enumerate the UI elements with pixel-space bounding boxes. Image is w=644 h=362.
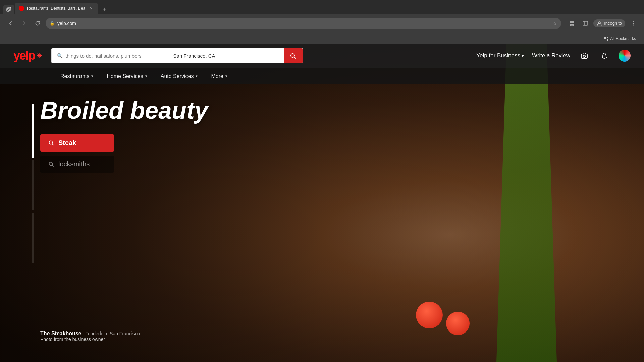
search-where-input[interactable] xyxy=(173,53,279,59)
category-restaurants-label: Restaurants xyxy=(60,73,89,79)
category-home-services-label: Home Services xyxy=(107,73,143,79)
category-more-label: More xyxy=(211,73,223,79)
category-home-services-chevron: ▾ xyxy=(145,74,147,78)
category-more[interactable]: More ▾ xyxy=(204,68,234,85)
bell-icon-button[interactable] xyxy=(598,50,610,62)
svg-rect-12 xyxy=(604,37,606,39)
active-tab[interactable]: Restaurants, Dentists, Bars, Bea ✕ xyxy=(15,3,98,14)
address-bar[interactable]: 🔒 yelp.com ☆ xyxy=(46,18,561,29)
search-what-icon: 🔍 xyxy=(57,53,63,58)
business-name-text: The Steakhouse xyxy=(40,330,82,336)
slider-segment-1 xyxy=(32,104,34,158)
tab-close-button[interactable]: ✕ xyxy=(88,5,94,11)
sidebar-button[interactable] xyxy=(580,18,591,29)
back-button[interactable] xyxy=(5,18,16,29)
tab-group-button[interactable] xyxy=(3,5,14,14)
tab-bar: Restaurants, Dentists, Bars, Bea ✕ + xyxy=(0,0,644,14)
category-home-services[interactable]: Home Services ▾ xyxy=(100,68,154,85)
yelp-logo[interactable]: yelp ✳ xyxy=(13,49,41,63)
slider-segment-3 xyxy=(32,213,34,263)
camera-icon-button[interactable] xyxy=(578,50,590,62)
bookmarks-bar: All Bookmarks xyxy=(0,33,644,44)
hero-slider-bar xyxy=(32,104,34,265)
caption-subtitle: Photo from the business owner xyxy=(40,337,140,342)
lock-icon: 🔒 xyxy=(50,21,55,26)
forward-button[interactable] xyxy=(19,18,30,29)
toolbar-right: Incognito xyxy=(567,18,639,29)
suggestion-ghost-search-icon xyxy=(48,161,54,167)
caption-business-name: The Steakhouse · Tenderloin, San Francis… xyxy=(40,330,140,337)
search-what-input[interactable] xyxy=(65,53,162,59)
suggestion-steak-button[interactable]: Steak xyxy=(40,134,114,152)
yelp-for-business-chevron: ▾ xyxy=(522,53,524,58)
hero-suggestions: Steak locksmiths xyxy=(40,134,208,173)
search-form: 🔍 xyxy=(51,48,303,63)
svg-rect-2 xyxy=(570,21,572,23)
svg-rect-6 xyxy=(583,21,588,25)
all-bookmarks-label: All Bookmarks xyxy=(610,36,636,41)
hero-content: Broiled beauty Steak locksmiths xyxy=(40,97,208,173)
yelp-logo-icon: ✳ xyxy=(36,52,41,60)
caption-location: · Tenderloin, San Francisco xyxy=(83,331,140,336)
svg-rect-0 xyxy=(7,8,9,11)
suggestion-locksmiths-button[interactable]: locksmiths xyxy=(40,156,114,173)
svg-point-9 xyxy=(633,21,634,22)
category-restaurants[interactable]: Restaurants ▾ xyxy=(54,68,100,85)
category-auto-services-label: Auto Services xyxy=(161,73,194,79)
category-auto-services-chevron: ▾ xyxy=(196,74,198,78)
user-avatar[interactable] xyxy=(619,50,631,62)
new-tab-button[interactable]: + xyxy=(100,5,109,14)
svg-rect-14 xyxy=(607,39,608,41)
suggestion-steak-label: Steak xyxy=(58,139,76,147)
svg-rect-5 xyxy=(572,24,574,26)
search-submit-button[interactable] xyxy=(284,48,303,63)
all-bookmarks-item[interactable]: All Bookmarks xyxy=(601,36,639,42)
tab-favicon xyxy=(19,6,24,11)
url-text: yelp.com xyxy=(57,21,550,26)
category-restaurants-chevron: ▾ xyxy=(91,74,93,78)
slider-segment-2 xyxy=(32,160,34,210)
suggestion-locksmiths-label: locksmiths xyxy=(58,160,90,168)
category-auto-services[interactable]: Auto Services ▾ xyxy=(154,68,205,85)
yelp-for-business-link[interactable]: Yelp for Business ▾ xyxy=(476,52,524,59)
yelp-for-business-label: Yelp for Business xyxy=(476,52,520,59)
hero-title: Broiled beauty xyxy=(40,97,208,124)
incognito-label: Incognito xyxy=(604,21,622,26)
svg-point-11 xyxy=(633,24,634,25)
incognito-indicator: Incognito xyxy=(593,19,625,27)
category-more-chevron: ▾ xyxy=(225,74,227,78)
search-what-container: 🔍 xyxy=(52,48,168,63)
hero-caption: The Steakhouse · Tenderloin, San Francis… xyxy=(40,330,140,342)
yelp-logo-text: yelp xyxy=(13,49,35,63)
tab-title: Restaurants, Dentists, Bars, Bea xyxy=(27,6,85,11)
bookmark-star-icon[interactable]: ☆ xyxy=(553,21,557,26)
yelp-navbar: yelp ✳ 🔍 Yelp for Business ▾ xyxy=(0,44,644,68)
write-review-label: Write a Review xyxy=(532,52,570,59)
more-menu-button[interactable] xyxy=(628,18,639,29)
food-tomato-1 xyxy=(416,302,443,328)
svg-rect-13 xyxy=(607,37,608,38)
svg-point-17 xyxy=(583,55,586,58)
write-review-link[interactable]: Write a Review xyxy=(532,52,570,59)
refresh-button[interactable] xyxy=(32,18,43,29)
svg-rect-3 xyxy=(572,21,574,23)
suggestion-search-icon xyxy=(48,140,54,146)
svg-rect-4 xyxy=(570,24,572,26)
category-nav: Restaurants ▾ Home Services ▾ Auto Servi… xyxy=(0,68,644,84)
yelp-page: yelp ✳ 🔍 Yelp for Business ▾ xyxy=(0,44,644,362)
nav-right: Yelp for Business ▾ Write a Review xyxy=(476,50,631,62)
browser-chrome: Restaurants, Dentists, Bars, Bea ✕ + 🔒 y… xyxy=(0,0,644,44)
search-where-container xyxy=(168,48,284,63)
extensions-button[interactable] xyxy=(567,18,577,29)
food-tomato-2 xyxy=(446,312,470,335)
svg-point-10 xyxy=(633,23,634,24)
browser-toolbar: 🔒 yelp.com ☆ xyxy=(0,14,644,33)
